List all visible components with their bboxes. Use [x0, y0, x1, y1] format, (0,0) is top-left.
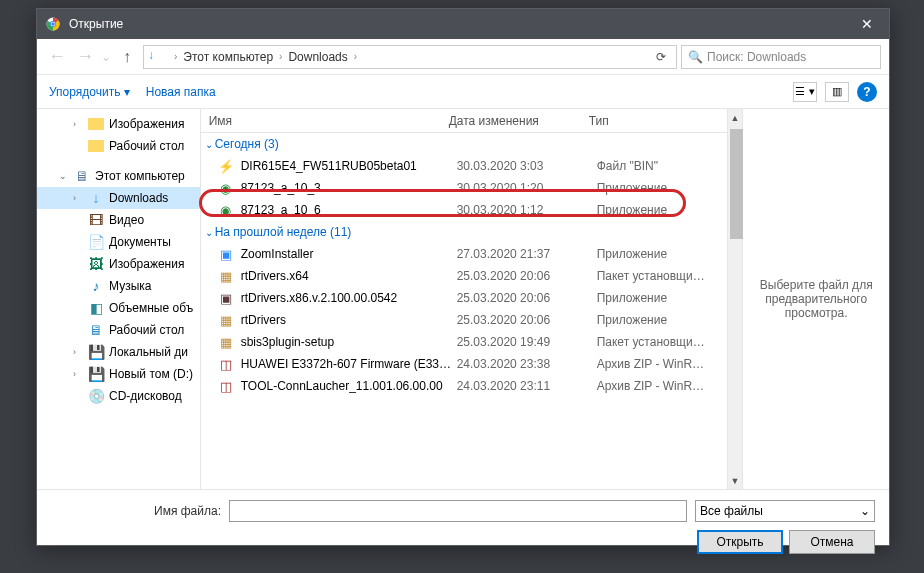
- search-input[interactable]: 🔍 Поиск: Downloads: [681, 45, 881, 69]
- tree-documents[interactable]: 📄Документы: [37, 231, 200, 253]
- cancel-button[interactable]: Отмена: [789, 530, 875, 554]
- installer-icon: ▦: [217, 267, 235, 285]
- tree-images2[interactable]: 🖼Изображения: [37, 253, 200, 275]
- zoom-icon: ▣: [217, 245, 235, 263]
- col-type[interactable]: Тип: [581, 114, 711, 128]
- tree-local-disk[interactable]: ›💾Локальный ди: [37, 341, 200, 363]
- file-row[interactable]: ◉87123_a_10_630.03.2020 1:12Приложение: [201, 199, 727, 221]
- titlebar: Открытие ✕: [37, 9, 889, 39]
- footer: Имя файла: Все файлы⌄ Открыть Отмена: [37, 489, 889, 564]
- tree-music[interactable]: ♪Музыка: [37, 275, 200, 297]
- file-list: Имя Дата изменения Тип ⌄Сегодня (3) ⚡DIR…: [201, 109, 727, 489]
- column-headers: Имя Дата изменения Тип: [201, 109, 727, 133]
- file-row[interactable]: ▦rtDrivers.x6425.03.2020 20:06Пакет уста…: [201, 265, 727, 287]
- window-title: Открытие: [69, 17, 844, 31]
- app-icon: ◉: [217, 201, 235, 219]
- file-row[interactable]: ▣ZoomInstaller27.03.2020 21:37Приложение: [201, 243, 727, 265]
- toolbar: Упорядочить ▾ Новая папка ☰ ▾ ▥ ?: [37, 75, 889, 109]
- tree-downloads[interactable]: ›↓Downloads: [37, 187, 200, 209]
- scroll-thumb[interactable]: [730, 129, 743, 239]
- tree-cd[interactable]: 💿CD-дисковод: [37, 385, 200, 407]
- file-row[interactable]: ◫HUAWEI E3372h-607 Firmware (E3372h-6…24…: [201, 353, 727, 375]
- zip-icon: ◫: [217, 377, 235, 395]
- app-icon: ◉: [217, 179, 235, 197]
- up-button[interactable]: ↑: [115, 45, 139, 69]
- new-folder-button[interactable]: Новая папка: [146, 85, 216, 99]
- navbar: ← → ⌄ ↑ ↓ › Этот компьютер › Downloads ›…: [37, 39, 889, 75]
- tree-this-pc[interactable]: ⌄🖥Этот компьютер: [37, 165, 200, 187]
- preview-toggle-button[interactable]: ▥: [825, 82, 849, 102]
- file-open-dialog: Открытие ✕ ← → ⌄ ↑ ↓ › Этот компьютер › …: [36, 8, 890, 546]
- tree-video[interactable]: 🎞Видео: [37, 209, 200, 231]
- tree-images[interactable]: ›Изображения: [37, 113, 200, 135]
- col-name[interactable]: Имя: [201, 114, 441, 128]
- help-icon[interactable]: ?: [857, 82, 877, 102]
- app-icon: ▣: [217, 289, 235, 307]
- file-row[interactable]: ▦rtDrivers25.03.2020 20:06Приложение: [201, 309, 727, 331]
- refresh-button[interactable]: ⟳: [650, 50, 672, 64]
- bin-icon: ⚡: [217, 157, 235, 175]
- file-row[interactable]: ▣rtDrivers.x86.v.2.100.00.054225.03.2020…: [201, 287, 727, 309]
- breadcrumb-folder[interactable]: Downloads: [286, 50, 349, 64]
- back-button[interactable]: ←: [45, 45, 69, 69]
- zip-icon: ◫: [217, 355, 235, 373]
- tree-3d[interactable]: ◧Объемные объ: [37, 297, 200, 319]
- scrollbar[interactable]: ▲ ▼: [727, 109, 743, 489]
- address-bar[interactable]: ↓ › Этот компьютер › Downloads › ⟳: [143, 45, 677, 69]
- close-button[interactable]: ✕: [844, 9, 889, 39]
- chevron-right-icon: ›: [350, 51, 361, 62]
- chevron-right-icon: ›: [275, 51, 286, 62]
- col-date[interactable]: Дата изменения: [441, 114, 581, 128]
- organize-button[interactable]: Упорядочить ▾: [49, 85, 130, 99]
- tree-desktop[interactable]: Рабочий стол: [37, 135, 200, 157]
- filename-label: Имя файла:: [141, 504, 221, 518]
- file-row[interactable]: ◉87123_a_10_330.03.2020 1:20Приложение: [201, 177, 727, 199]
- filetype-filter[interactable]: Все файлы⌄: [695, 500, 875, 522]
- open-button[interactable]: Открыть: [697, 530, 783, 554]
- nav-tree: ›Изображения Рабочий стол ⌄🖥Этот компьют…: [37, 109, 201, 489]
- scroll-up-icon[interactable]: ▲: [728, 109, 743, 126]
- downloads-icon: ↓: [148, 48, 166, 66]
- filename-input[interactable]: [229, 500, 687, 522]
- group-today[interactable]: ⌄Сегодня (3): [201, 133, 727, 155]
- breadcrumb-root[interactable]: Этот компьютер: [181, 50, 275, 64]
- search-icon: 🔍: [688, 50, 703, 64]
- group-lastweek[interactable]: ⌄На прошлой неделе (11): [201, 221, 727, 243]
- installer-icon: ▦: [217, 333, 235, 351]
- preview-pane: Выберите файл для предварительного просм…: [742, 109, 889, 489]
- main-area: ›Изображения Рабочий стол ⌄🖥Этот компьют…: [37, 109, 889, 489]
- view-button[interactable]: ☰ ▾: [793, 82, 817, 102]
- chevron-right-icon: ›: [170, 51, 181, 62]
- app-icon: ▦: [217, 311, 235, 329]
- file-row[interactable]: ▦sbis3plugin-setup25.03.2020 19:49Пакет …: [201, 331, 727, 353]
- recent-dropdown[interactable]: ⌄: [101, 50, 111, 64]
- svg-point-4: [51, 22, 55, 26]
- search-placeholder: Поиск: Downloads: [707, 50, 806, 64]
- forward-button[interactable]: →: [73, 45, 97, 69]
- chrome-icon: [45, 16, 61, 32]
- file-row[interactable]: ◫TOOL-ConnLaucher_11.001.06.00.0024.03.2…: [201, 375, 727, 397]
- tree-desktop2[interactable]: 🖥Рабочий стол: [37, 319, 200, 341]
- scroll-down-icon[interactable]: ▼: [728, 472, 743, 489]
- tree-new-vol[interactable]: ›💾Новый том (D:): [37, 363, 200, 385]
- file-row[interactable]: ⚡DIR615E4_FW511RUB05beta0130.03.2020 3:0…: [201, 155, 727, 177]
